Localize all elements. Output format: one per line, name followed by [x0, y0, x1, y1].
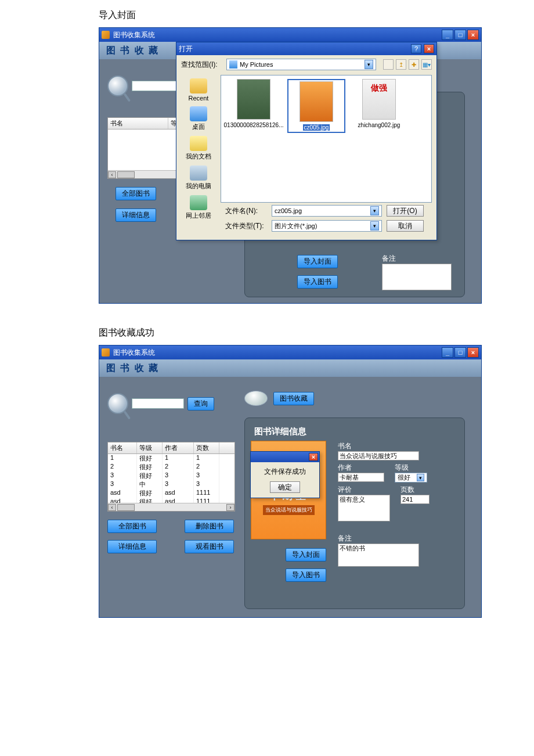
filetype-combo[interactable]: 图片文件(*.jpg) ▾ — [272, 220, 382, 232]
file-thumb[interactable]: 01300000828258126... — [225, 79, 283, 128]
rating-select[interactable]: 很好 ▾ — [395, 473, 427, 483]
grid-scrollbar[interactable]: ‹ › — [108, 503, 234, 511]
left-panel: 查询 书名等级作者页数 1很好112很好223很好333中33asd很好asd1… — [99, 377, 234, 553]
place-docs[interactable]: 我的文档 — [176, 134, 221, 163]
details-panel: 图书详细信息 THE QUICK & EASY WAYOFSPEAKING IN… — [244, 417, 465, 609]
table-cell: 3 — [163, 471, 194, 480]
import-buttons: 导入封面 导入图书 — [297, 255, 338, 289]
review-label: 评价 — [338, 485, 390, 495]
filetype-value: 图片文件(*.jpg) — [275, 222, 317, 231]
import-cover-button[interactable]: 导入封面 — [286, 548, 326, 561]
table-row[interactable]: 2很好22 — [108, 463, 234, 471]
view-book-button[interactable]: 观看图书 — [185, 540, 234, 553]
docs-icon — [190, 136, 207, 151]
all-books-button[interactable]: 全部图书 — [107, 520, 157, 533]
app-icon — [102, 31, 110, 39]
details-title: 图书详细信息 — [254, 426, 459, 437]
chevron-down-icon[interactable]: ▾ — [365, 60, 373, 69]
grid-header-cell[interactable]: 等级 — [137, 442, 163, 453]
minimize-button[interactable]: _ — [442, 347, 453, 358]
author-input[interactable] — [338, 473, 384, 482]
collect-bar: 图书收藏 — [244, 391, 314, 406]
app-header-title: 图 书 收 藏 — [106, 362, 159, 375]
notes-textarea[interactable] — [382, 264, 452, 290]
table-cell: asd — [108, 489, 137, 498]
table-row[interactable]: asd很好asd1111 — [108, 489, 234, 498]
pages-input[interactable] — [400, 495, 430, 504]
book-grid: 书名等级作者页数 1很好112很好223很好333中33asd很好asd1111… — [107, 442, 235, 512]
cancel-button[interactable]: 取消 — [387, 220, 424, 232]
review-textarea[interactable]: 很有意义 — [338, 495, 390, 521]
dialog-close-button[interactable]: × — [424, 44, 434, 53]
table-row[interactable]: 1很好11 — [108, 454, 234, 463]
message-box: × 文件保存成功 确定 — [250, 451, 320, 498]
window-title: 图书收集系统 — [113, 348, 155, 358]
delete-book-button[interactable]: 删除图书 — [185, 520, 234, 533]
minimize-button[interactable]: _ — [442, 30, 453, 40]
notes-textarea[interactable]: 不错的书 — [338, 543, 419, 567]
notes-label: 备注 — [338, 534, 459, 543]
maximize-button[interactable]: □ — [454, 347, 466, 358]
table-row[interactable]: 3中33 — [108, 480, 234, 489]
msgbox-close-button[interactable]: × — [309, 453, 318, 461]
filename-combo[interactable]: cz005.jpg ▾ — [272, 205, 382, 217]
place-pc[interactable]: 我的电脑 — [176, 163, 221, 193]
table-cell: 3 — [108, 480, 137, 489]
import-book-button[interactable]: 导入图书 — [286, 568, 326, 582]
scroll-left[interactable]: ‹ — [108, 171, 116, 178]
filename-label: 文件名(N): — [225, 206, 267, 216]
place-network[interactable]: 网上邻居 — [176, 193, 221, 222]
detail-button[interactable]: 详细信息 — [107, 540, 157, 553]
search-input[interactable] — [132, 398, 184, 409]
chevron-down-icon[interactable]: ▾ — [370, 206, 379, 215]
close-button[interactable]: × — [467, 30, 479, 40]
table-row[interactable]: asd很好asd1111 — [108, 498, 234, 503]
file-list[interactable]: 01300000828258126...cz005.jpgzhichang002… — [221, 75, 432, 203]
filename-value: cz005.jpg — [275, 207, 302, 214]
dialog-toolbar: ↥ ✚ ▦▾ — [383, 59, 432, 70]
import-book-button[interactable]: 导入图书 — [297, 275, 338, 289]
views-icon[interactable]: ▦▾ — [421, 59, 432, 70]
msgbox-ok-button[interactable]: 确定 — [270, 481, 300, 493]
search-button[interactable]: 查询 — [187, 397, 214, 411]
grid-header-cell[interactable]: 作者 — [163, 442, 194, 453]
all-books-button[interactable]: 全部图书 — [116, 187, 156, 200]
msgbox-body: 文件保存成功 确定 — [251, 462, 319, 498]
scroll-thumb[interactable] — [117, 171, 135, 178]
file-thumb[interactable]: zhichang002.jpg — [350, 79, 408, 128]
chevron-down-icon[interactable]: ▾ — [417, 474, 424, 481]
grid-header-cell[interactable]: 书名 — [108, 442, 137, 453]
table-row[interactable]: 3很好33 — [108, 471, 234, 480]
maximize-button[interactable]: □ — [454, 30, 466, 40]
detail-button[interactable]: 详细信息 — [116, 208, 156, 222]
collect-button[interactable]: 图书收藏 — [273, 392, 314, 405]
scroll-thumb[interactable] — [117, 504, 135, 511]
place-desktop[interactable]: 桌面 — [176, 104, 221, 134]
import-cover-button[interactable]: 导入封面 — [297, 255, 338, 268]
place-recent-label: Recent — [189, 95, 209, 102]
place-recent[interactable]: Recent — [176, 76, 221, 104]
name-input[interactable] — [338, 451, 419, 460]
lookin-combo[interactable]: My Pictures ▾ — [226, 59, 376, 70]
titlebar: 图书收集系统 _ □ × — [99, 345, 481, 359]
desktop-icon — [190, 106, 207, 121]
grid-header-cell[interactable]: 页数 — [194, 442, 219, 453]
open-button[interactable]: 打开(O) — [387, 205, 424, 217]
scroll-right[interactable]: › — [226, 504, 234, 511]
scroll-left[interactable]: ‹ — [108, 504, 116, 511]
msgbox-text: 文件保存成功 — [264, 467, 306, 477]
table-cell: 2 — [163, 463, 194, 471]
new-folder-icon[interactable]: ✚ — [409, 59, 419, 70]
file-thumb[interactable]: cz005.jpg — [287, 79, 345, 133]
chevron-down-icon[interactable]: ▾ — [370, 221, 379, 231]
close-button[interactable]: × — [467, 347, 479, 358]
back-icon[interactable] — [383, 59, 394, 70]
table-cell: asd — [163, 489, 194, 498]
pages-label: 页数 — [400, 485, 430, 495]
grid-header-cell[interactable]: 书名 — [108, 118, 168, 129]
up-icon[interactable]: ↥ — [396, 59, 406, 70]
main-window-2: 图书收集系统 _ □ × 图 书 收 藏 查询 书名等级作者页数 1很好112很… — [99, 345, 482, 618]
dialog-help-button[interactable]: ? — [411, 44, 421, 53]
thumbnail-image — [362, 79, 396, 120]
table-cell: 很好 — [137, 498, 163, 503]
